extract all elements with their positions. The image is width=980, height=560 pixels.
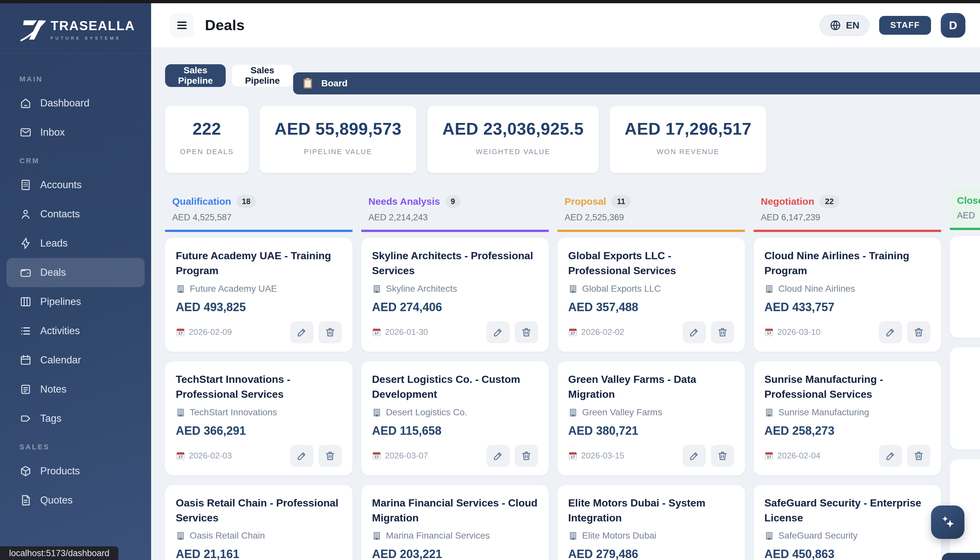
column-name: Proposal: [565, 196, 606, 207]
company-icon: [176, 284, 186, 293]
stat-card-open-deals: 222OPEN DEALS: [165, 106, 249, 173]
deal-card[interactable]: [950, 236, 980, 338]
deal-card[interactable]: Marina Financial Services - Cloud Migrat…: [361, 485, 549, 560]
delete-deal-button[interactable]: [907, 445, 930, 467]
sidebar-item-calendar[interactable]: Calendar: [7, 345, 145, 375]
menu-toggle-button[interactable]: [170, 13, 194, 37]
company-icon: [372, 284, 382, 293]
sidebar-item-accounts[interactable]: Accounts: [7, 170, 145, 200]
delete-deal-button[interactable]: [907, 321, 930, 343]
sidebar-item-quotes[interactable]: Quotes: [7, 486, 145, 515]
delete-deal-button[interactable]: [515, 445, 538, 467]
deal-close-date: 172026-01-30: [372, 327, 428, 337]
language-switcher[interactable]: EN: [819, 15, 869, 36]
deal-card[interactable]: [950, 347, 980, 449]
sidebar-item-label: Quotes: [40, 495, 73, 506]
delete-deal-button[interactable]: [515, 321, 538, 343]
sidebar-item-notes[interactable]: Notes: [7, 375, 145, 404]
deal-card[interactable]: Oasis Retail Chain - Professional Servic…: [165, 485, 352, 560]
stat-label: WEIGHTED VALUE: [442, 148, 584, 156]
board-view-button[interactable]: Board: [293, 72, 980, 94]
company-icon: [764, 531, 774, 540]
deal-company: Global Exports LLC: [568, 283, 734, 294]
deal-card[interactable]: Sunrise Manufacturing - Professional Ser…: [754, 362, 941, 475]
language-label: EN: [846, 20, 859, 31]
user-avatar[interactable]: D: [941, 13, 965, 38]
deal-title: Elite Motors Dubai - System Integration: [568, 495, 734, 526]
sidebar-item-inbox[interactable]: Inbox: [7, 118, 145, 147]
deal-company: Desert Logistics Co.: [372, 407, 538, 418]
deal-card[interactable]: Elite Motors Dubai - System IntegrationE…: [558, 485, 745, 560]
deal-card[interactable]: Cloud Nine Airlines - Training ProgramCl…: [754, 238, 941, 352]
sidebar-item-label: Notes: [40, 383, 66, 395]
sidebar-item-label: Activities: [40, 325, 80, 337]
deal-card[interactable]: Future Academy UAE - Training ProgramFut…: [165, 238, 352, 352]
deal-close-date: 172026-02-03: [176, 451, 232, 461]
deal-close-date: 172026-03-15: [568, 451, 624, 461]
deal-title: Oasis Retail Chain - Professional Servic…: [176, 495, 342, 526]
edit-deal-button[interactable]: [290, 445, 314, 467]
ai-assistant-fab[interactable]: [931, 505, 964, 539]
kanban-column-negotiation: Negotiation22AED 6,147,239Cloud Nine Air…: [754, 188, 941, 560]
note-icon: [20, 383, 32, 395]
edit-deal-button[interactable]: [487, 445, 510, 467]
column-name: Needs Analysis: [369, 196, 440, 207]
deal-card[interactable]: Green Valley Farms - Data MigrationGreen…: [558, 362, 745, 475]
trash-icon: [717, 327, 728, 338]
deal-card[interactable]: TechStart Innovations - Professional Ser…: [165, 362, 352, 475]
stat-card-pipeline-value: AED 55,899,573PIPELINE VALUE: [260, 106, 417, 173]
column-total: AED 6,147,239: [761, 213, 934, 223]
svg-text:17: 17: [375, 455, 379, 459]
edit-icon: [493, 327, 503, 338]
trash-icon: [325, 327, 336, 338]
main-area: Deals EN STAFF D Sales Pipeline Sales Pi…: [151, 3, 980, 560]
trasealla-logo-icon: [20, 17, 47, 42]
page-title: Deals: [205, 17, 245, 34]
deal-card[interactable]: Global Exports LLC - Professional Servic…: [558, 238, 745, 352]
deal-card[interactable]: Skyline Architects - Professional Servic…: [361, 238, 549, 352]
deal-company-name: TechStart Innovations: [190, 407, 277, 418]
edit-deal-button[interactable]: [879, 445, 902, 467]
deal-card[interactable]: SafeGuard Security - Enterprise LicenseS…: [754, 485, 941, 560]
sidebar-item-pipelines[interactable]: Pipelines: [7, 287, 145, 316]
sidebar-item-tags[interactable]: Tags: [7, 404, 145, 433]
edit-deal-button[interactable]: [487, 321, 510, 343]
deal-company-name: Marina Financial Services: [386, 530, 490, 541]
deal-card[interactable]: Desert Logistics Co. - Custom Developmen…: [361, 362, 549, 475]
sidebar-item-label: Pipelines: [40, 296, 81, 308]
sidebar-item-leads[interactable]: Leads: [7, 229, 145, 258]
deal-amount: AED 366,291: [176, 424, 342, 438]
role-badge: STAFF: [879, 16, 931, 35]
sidebar-item-contacts[interactable]: Contacts: [7, 200, 145, 229]
pipeline-tab[interactable]: Sales Pipeline: [231, 64, 293, 87]
edit-deal-button[interactable]: [290, 321, 314, 343]
sidebar-item-deals[interactable]: Deals: [7, 258, 145, 287]
deal-amount: AED 357,488: [568, 300, 734, 314]
date-icon: 17: [176, 451, 185, 460]
column-total: AED 4,525,587: [172, 213, 345, 223]
svg-text:17: 17: [178, 332, 183, 335]
kanban-column-proposal: Proposal11AED 2,525,369Global Exports LL…: [558, 188, 745, 560]
sidebar-item-dashboard[interactable]: Dashboard: [7, 88, 145, 118]
deal-company: Marina Financial Services: [372, 530, 538, 541]
trash-icon: [325, 450, 336, 462]
trash-icon: [717, 450, 728, 462]
sidebar-item-products[interactable]: Products: [7, 457, 145, 486]
clipboard-icon: [303, 78, 312, 89]
delete-deal-button[interactable]: [711, 445, 734, 467]
edit-deal-button[interactable]: [879, 321, 902, 343]
edit-deal-button[interactable]: [683, 321, 706, 343]
brand: TRASEALLA FUTURE SYSTEMS: [0, 3, 151, 53]
deal-title: Sunrise Manufacturing - Professional Ser…: [764, 372, 930, 402]
sidebar-item-activities[interactable]: Activities: [7, 316, 145, 345]
delete-deal-button[interactable]: [319, 445, 342, 467]
stat-label: OPEN DEALS: [180, 148, 234, 156]
pipeline-tab-active[interactable]: Sales Pipeline: [165, 64, 226, 87]
edit-deal-button[interactable]: [683, 445, 706, 467]
delete-deal-button[interactable]: [319, 321, 342, 343]
stats-row: 222OPEN DEALSAED 55,899,573PIPELINE VALU…: [165, 106, 964, 173]
delete-deal-button[interactable]: [711, 321, 734, 343]
edit-icon: [689, 450, 700, 462]
column-name: Closed Won: [957, 195, 980, 206]
column-header: Qualification18AED 4,525,587: [165, 188, 352, 232]
